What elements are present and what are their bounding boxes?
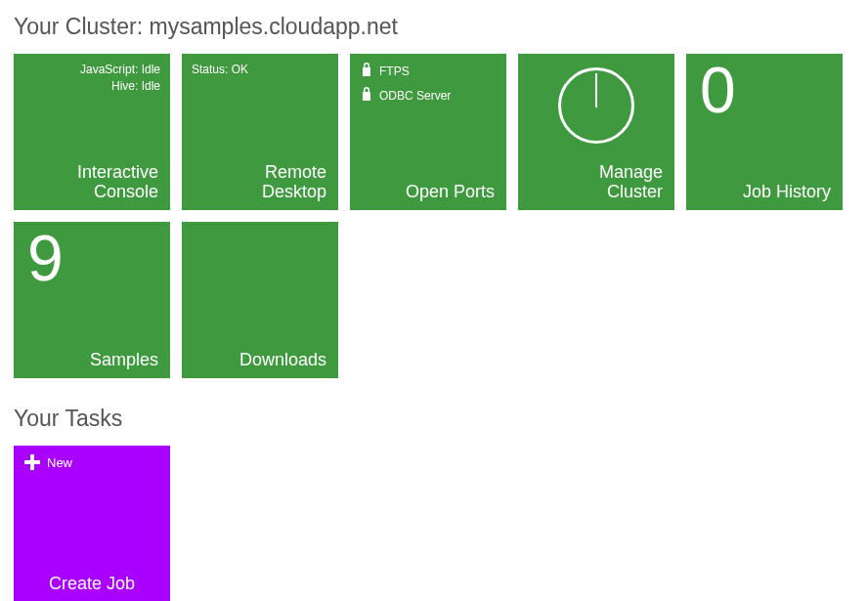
samples-title: Samples <box>90 350 158 370</box>
create-job-new-label: New <box>47 455 72 470</box>
open-ports-title: Open Ports <box>406 182 495 202</box>
open-ports-list: FTPS ODBC Server <box>360 62 497 111</box>
port-label-odbc: ODBC Server <box>379 88 451 105</box>
create-job-title: Create Job <box>14 574 170 594</box>
port-row-ftps: FTPS <box>360 62 497 82</box>
samples-count: 9 <box>27 226 160 290</box>
remote-desktop-title: Remote Desktop <box>262 162 326 202</box>
js-status-label: JavaScript: Idle <box>23 62 160 78</box>
remote-desktop-status: Status: OK <box>192 62 328 78</box>
downloads-title: Downloads <box>239 350 326 370</box>
manage-cluster-title: Manage Cluster <box>599 162 663 202</box>
tasks-tile-grid: New Create Job <box>14 446 854 601</box>
hive-status-label: Hive: Idle <box>23 78 160 95</box>
tile-create-job[interactable]: New Create Job <box>14 446 170 601</box>
interactive-console-title: Interactive Console <box>77 162 158 202</box>
tile-remote-desktop[interactable]: Status: OK Remote Desktop <box>182 54 338 210</box>
tile-job-history[interactable]: 0 Job History <box>686 54 843 210</box>
cluster-name: mysamples.cloudapp.net <box>150 14 398 39</box>
tasks-heading: Your Tasks <box>14 406 854 432</box>
interactive-console-status: JavaScript: Idle Hive: Idle <box>23 62 160 96</box>
lock-icon <box>360 86 373 107</box>
create-job-new-row: New <box>23 453 160 471</box>
job-history-count: 0 <box>700 58 833 122</box>
tile-open-ports[interactable]: FTPS ODBC Server Open Ports <box>350 54 506 210</box>
cluster-tile-grid: JavaScript: Idle Hive: Idle Interactive … <box>14 54 854 378</box>
tile-manage-cluster[interactable]: Manage Cluster <box>518 54 674 210</box>
tile-samples[interactable]: 9 Samples <box>14 222 170 378</box>
cluster-heading: Your Cluster: mysamples.cloudapp.net <box>14 14 854 40</box>
plus-icon <box>23 453 41 471</box>
tile-downloads[interactable]: Downloads <box>182 222 338 378</box>
job-history-title: Job History <box>743 182 831 202</box>
port-row-odbc: ODBC Server <box>360 86 497 107</box>
tile-interactive-console[interactable]: JavaScript: Idle Hive: Idle Interactive … <box>14 54 170 210</box>
cluster-heading-prefix: Your Cluster: <box>14 14 150 39</box>
port-label-ftps: FTPS <box>379 64 410 80</box>
lock-icon <box>360 62 373 82</box>
clock-icon <box>558 67 634 144</box>
